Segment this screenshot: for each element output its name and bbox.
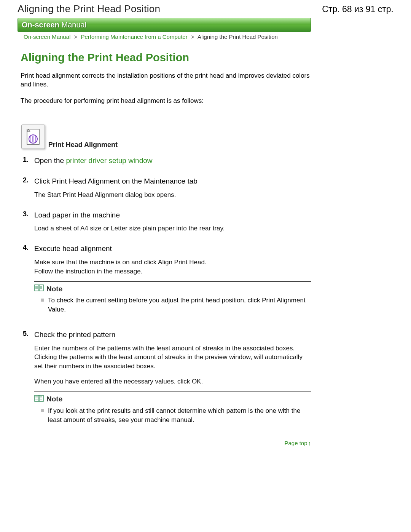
breadcrumb: On-screen Manual > Performing Maintenanc… — [24, 34, 411, 40]
note-icon — [34, 284, 44, 294]
svg-rect-14 — [35, 395, 39, 401]
manual-banner: On-screen Manual — [18, 18, 311, 32]
note-label: Note — [46, 285, 62, 293]
breadcrumb-sep: > — [74, 34, 78, 40]
step-3-title: Load paper in the machine — [34, 211, 120, 219]
step-2-body: The Start Print Head Alignment dialog bo… — [34, 190, 311, 200]
step-3: 3. Load paper in the machine Load a shee… — [18, 210, 311, 233]
print-head-alignment-label: Print Head Alignment — [48, 141, 118, 149]
banner-bold: On-screen — [22, 21, 59, 29]
up-arrow-icon: ↑ — [308, 440, 311, 446]
document-header-title: Aligning the Print Head Position — [18, 3, 160, 15]
step-number: 1. — [23, 156, 29, 164]
note-item: If you look at the print results and sti… — [34, 406, 311, 425]
step-number: 2. — [23, 176, 29, 184]
banner-light: Manual — [59, 21, 86, 29]
svg-rect-18 — [39, 395, 43, 401]
step-4-body-1: Make sure that the machine is on and cli… — [34, 258, 311, 267]
step-5: 5. Check the printed pattern Enter the n… — [18, 330, 311, 429]
breadcrumb-link-section[interactable]: Performing Maintenance from a Computer — [81, 34, 188, 40]
breadcrumb-current: Aligning the Print Head Position — [198, 34, 278, 40]
breadcrumb-sep: > — [191, 34, 194, 40]
page-top-link[interactable]: Page top — [284, 440, 307, 446]
note-item: To check the current setting before you … — [34, 296, 311, 314]
note-block: Note To check the current setting before… — [34, 281, 311, 319]
print-head-alignment-icon — [21, 125, 45, 149]
step-2: 2. Click Print Head Alignment on the Mai… — [18, 176, 311, 199]
step-5-title: Check the printed pattern — [34, 331, 115, 339]
page-title: Aligning the Print Head Position — [21, 51, 311, 64]
step-2-title: Click Print Head Alignment on the Mainte… — [34, 177, 198, 185]
step-1: 1. Open the printer driver setup window — [18, 156, 311, 166]
step-4-body-2: Follow the instruction in the message. — [34, 267, 311, 276]
note-icon — [34, 395, 44, 404]
step-4-title: Execute head alignment — [34, 244, 112, 252]
note-label: Note — [46, 395, 62, 403]
intro-paragraph-1: Print head alignment corrects the instal… — [21, 72, 311, 89]
step-5-body-2: When you have entered all the necessary … — [34, 377, 311, 386]
step-number: 5. — [23, 330, 29, 338]
step-3-body: Load a sheet of A4 size or Letter size p… — [34, 224, 311, 233]
svg-rect-10 — [39, 285, 43, 291]
intro-paragraph-2: The procedure for performing print head … — [21, 97, 311, 105]
page-indicator: Стр. 68 из 91 стр. — [322, 4, 393, 14]
printer-driver-setup-link[interactable]: printer driver setup window — [66, 157, 152, 165]
step-1-text: Open the — [34, 157, 66, 165]
step-4: 4. Execute head alignment Make sure that… — [18, 244, 311, 319]
svg-rect-6 — [35, 285, 39, 291]
step-number: 4. — [23, 244, 29, 252]
step-number: 3. — [23, 210, 29, 218]
step-5-body-1: Enter the numbers of the patterns with t… — [34, 344, 311, 371]
note-block: Note If you look at the print results an… — [34, 391, 311, 430]
breadcrumb-link-home[interactable]: On-screen Manual — [24, 34, 70, 40]
